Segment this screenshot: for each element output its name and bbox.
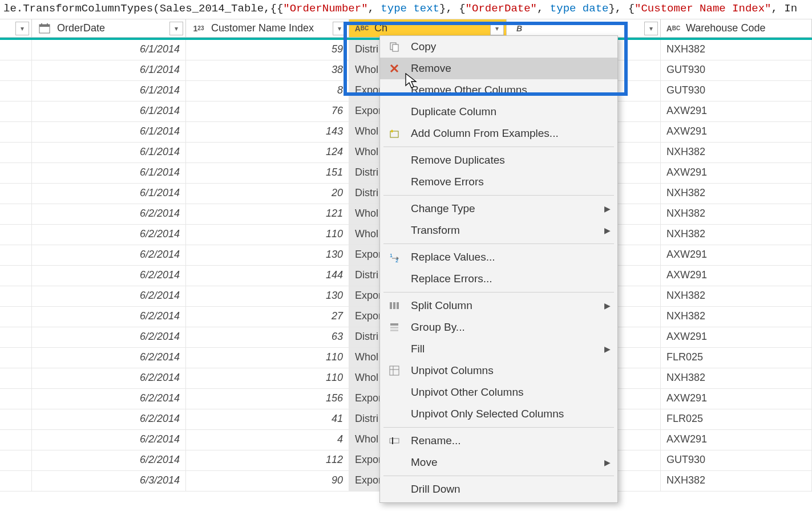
cell-customer-index[interactable]: 4	[186, 430, 349, 450]
menu-item-unpivot-only-selected-columns[interactable]: Unpivot Only Selected Columns	[380, 403, 617, 425]
menu-item-remove[interactable]: Remove	[380, 58, 617, 79]
menu-item-change-type[interactable]: Change Type▶	[380, 198, 617, 220]
cell-warehouse[interactable]: FLR025	[661, 348, 812, 368]
cell-customer-index[interactable]: 112	[186, 450, 349, 470]
cell-ordernumber[interactable]	[0, 368, 32, 388]
cell-customer-index[interactable]: 110	[186, 225, 349, 245]
column-header-warehouse-code[interactable]: ABC Warehouse Code	[661, 19, 812, 38]
filter-dropdown-icon[interactable]: ▾	[15, 22, 29, 35]
cell-warehouse[interactable]: GUT930	[661, 81, 812, 101]
cell-warehouse[interactable]: AXW291	[661, 389, 812, 409]
column-header-ordernumber-hidden[interactable]: ▾	[0, 19, 32, 38]
menu-item-rename[interactable]: Rename...	[380, 430, 617, 452]
cell-orderdate[interactable]: 6/2/2014	[32, 204, 186, 224]
menu-item-copy[interactable]: Copy	[380, 36, 617, 58]
cell-customer-index[interactable]: 124	[186, 143, 349, 163]
menu-item-remove-other-columns[interactable]: Remove Other Columns	[380, 79, 617, 101]
menu-item-transform[interactable]: Transform▶	[380, 220, 617, 241]
cell-orderdate[interactable]: 6/2/2014	[32, 389, 186, 409]
menu-item-remove-errors[interactable]: Remove Errors	[380, 171, 617, 193]
cell-customer-index[interactable]: 20	[186, 184, 349, 204]
cell-orderdate[interactable]: 6/2/2014	[32, 225, 186, 245]
cell-ordernumber[interactable]	[0, 409, 32, 429]
cell-warehouse[interactable]: AXW291	[661, 430, 812, 450]
cell-ordernumber[interactable]	[0, 471, 32, 491]
cell-ordernumber[interactable]	[0, 122, 32, 142]
cell-ordernumber[interactable]	[0, 163, 32, 183]
cell-customer-index[interactable]: 151	[186, 163, 349, 183]
cell-ordernumber[interactable]	[0, 204, 32, 224]
cell-customer-index[interactable]: 156	[186, 389, 349, 409]
cell-ordernumber[interactable]	[0, 184, 32, 204]
cell-orderdate[interactable]: 6/2/2014	[32, 430, 186, 450]
cell-warehouse[interactable]: GUT930	[661, 450, 812, 470]
cell-warehouse[interactable]: FLR025	[661, 409, 812, 429]
cell-orderdate[interactable]: 6/2/2014	[32, 327, 186, 347]
cell-warehouse[interactable]: NXH382	[661, 143, 812, 163]
filter-dropdown-icon[interactable]: ▾	[169, 22, 183, 35]
column-header-orderdate[interactable]: OrderDate ▾	[32, 19, 186, 38]
menu-item-move[interactable]: Move▶	[380, 452, 617, 473]
cell-warehouse[interactable]: NXH382	[661, 40, 812, 60]
cell-orderdate[interactable]: 6/2/2014	[32, 348, 186, 368]
cell-warehouse[interactable]: AXW291	[661, 327, 812, 347]
menu-item-replace-values[interactable]: 12Replace Values...	[380, 246, 617, 268]
cell-orderdate[interactable]: 6/2/2014	[32, 368, 186, 388]
cell-orderdate[interactable]: 6/2/2014	[32, 450, 186, 470]
cell-orderdate[interactable]: 6/1/2014	[32, 184, 186, 204]
formula-bar[interactable]: le.TransformColumnTypes(Sales_2014_Table…	[0, 0, 812, 19]
menu-item-drill-down[interactable]: Drill Down	[380, 478, 617, 500]
cell-warehouse[interactable]: NXH382	[661, 307, 812, 327]
column-header-customer-name-index[interactable]: 123 Customer Name Index ▾	[186, 19, 349, 38]
cell-customer-index[interactable]: 144	[186, 266, 349, 286]
filter-dropdown-icon[interactable]: ▾	[644, 22, 658, 35]
cell-ordernumber[interactable]	[0, 245, 32, 265]
cell-customer-index[interactable]: 41	[186, 409, 349, 429]
cell-warehouse[interactable]: NXH382	[661, 368, 812, 388]
cell-warehouse[interactable]: AXW291	[661, 122, 812, 142]
cell-ordernumber[interactable]	[0, 143, 32, 163]
cell-orderdate[interactable]: 6/1/2014	[32, 122, 186, 142]
cell-customer-index[interactable]: 130	[186, 286, 349, 306]
menu-item-unpivot-columns[interactable]: Unpivot Columns	[380, 360, 617, 381]
cell-orderdate[interactable]: 6/1/2014	[32, 60, 186, 80]
menu-item-replace-errors[interactable]: Replace Errors...	[380, 268, 617, 290]
cell-ordernumber[interactable]	[0, 225, 32, 245]
cell-customer-index[interactable]: 8	[186, 81, 349, 101]
cell-customer-index[interactable]: 27	[186, 307, 349, 327]
menu-item-group-by[interactable]: Group By...	[380, 316, 617, 338]
cell-ordernumber[interactable]	[0, 81, 32, 101]
cell-ordernumber[interactable]	[0, 430, 32, 450]
cell-warehouse[interactable]: AXW291	[661, 101, 812, 121]
cell-orderdate[interactable]: 6/1/2014	[32, 101, 186, 121]
cell-customer-index[interactable]: 76	[186, 101, 349, 121]
cell-ordernumber[interactable]	[0, 101, 32, 121]
cell-warehouse[interactable]: NXH382	[661, 204, 812, 224]
cell-orderdate[interactable]: 6/2/2014	[32, 245, 186, 265]
cell-warehouse[interactable]: AXW291	[661, 163, 812, 183]
column-context-menu[interactable]: CopyRemoveRemove Other ColumnsDuplicate …	[379, 35, 618, 503]
cell-ordernumber[interactable]	[0, 60, 32, 80]
cell-warehouse[interactable]: GUT930	[661, 60, 812, 80]
cell-customer-index[interactable]: 63	[186, 327, 349, 347]
cell-orderdate[interactable]: 6/1/2014	[32, 40, 186, 60]
cell-customer-index[interactable]: 38	[186, 60, 349, 80]
cell-customer-index[interactable]: 90	[186, 471, 349, 491]
cell-orderdate[interactable]: 6/2/2014	[32, 409, 186, 429]
cell-orderdate[interactable]: 6/1/2014	[32, 163, 186, 183]
cell-ordernumber[interactable]	[0, 40, 32, 60]
cell-orderdate[interactable]: 6/1/2014	[32, 143, 186, 163]
menu-item-fill[interactable]: Fill▶	[380, 338, 617, 360]
cell-ordernumber[interactable]	[0, 348, 32, 368]
cell-orderdate[interactable]: 6/3/2014	[32, 471, 186, 491]
cell-ordernumber[interactable]	[0, 450, 32, 470]
cell-customer-index[interactable]: 110	[186, 368, 349, 388]
cell-customer-index[interactable]: 59	[186, 40, 349, 60]
cell-customer-index[interactable]: 110	[186, 348, 349, 368]
cell-orderdate[interactable]: 6/2/2014	[32, 286, 186, 306]
cell-ordernumber[interactable]	[0, 389, 32, 409]
cell-orderdate[interactable]: 6/2/2014	[32, 266, 186, 286]
cell-ordernumber[interactable]	[0, 327, 32, 347]
menu-item-split-column[interactable]: Split Column▶	[380, 295, 617, 316]
menu-item-remove-duplicates[interactable]: Remove Duplicates	[380, 149, 617, 171]
